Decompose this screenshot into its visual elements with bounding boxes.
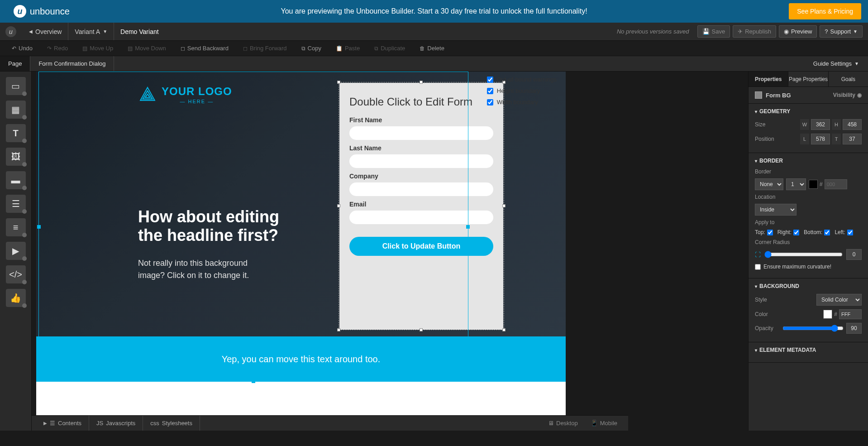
logo-icon (138, 85, 157, 104)
forward-icon: ◻ (243, 45, 248, 52)
button-tool[interactable]: ▬ (6, 171, 26, 189)
app-icon[interactable]: u (5, 26, 16, 37)
last-name-input[interactable] (349, 154, 493, 168)
image-tool[interactable]: 🖼 (6, 148, 26, 166)
paste-button[interactable]: 📋Paste (329, 45, 367, 52)
desktop-view-button[interactable]: 🖥Desktop (542, 420, 584, 427)
bg-style-select[interactable]: Solid Color (816, 294, 862, 306)
undo-button[interactable]: ↶Undo (5, 45, 40, 52)
embed-tool[interactable]: ≡ (6, 218, 26, 236)
copy-button[interactable]: ⧉Copy (294, 45, 329, 52)
element-icon (755, 91, 762, 99)
bg-color-input[interactable] (839, 309, 862, 319)
section-tool[interactable]: ▭ (6, 77, 26, 95)
bg-opacity-input[interactable] (846, 323, 862, 334)
border-bottom-check[interactable]: Bottom: (804, 229, 830, 235)
tab-goals[interactable]: Goals (829, 72, 868, 86)
html-tool[interactable]: </> (6, 265, 26, 283)
element-toolbar: ▭ ▦ T 🖼 ▬ ☰ ≡ ▶ </> 👍 (0, 72, 32, 431)
background-header[interactable]: ▾BACKGROUND (755, 283, 862, 289)
bg-opacity-label: Opacity (755, 325, 780, 331)
height-input[interactable] (843, 119, 862, 130)
hero-headline[interactable]: How about editing the headline first? (138, 207, 279, 245)
border-style-select[interactable]: None (755, 178, 783, 190)
javascripts-button[interactable]: JSJavascripts (89, 416, 143, 431)
preview-button[interactable]: ◉Preview (779, 25, 817, 38)
canvas[interactable]: YOUR LOGO — HERE — How about editing the… (32, 72, 748, 431)
page-name: Demo Variant (114, 23, 165, 40)
company-input[interactable] (349, 182, 493, 196)
text-strip[interactable]: Yep, you can move this text around too. (36, 336, 566, 382)
metadata-header[interactable]: ▾ELEMENT METADATA (755, 347, 862, 353)
width-input[interactable] (811, 119, 830, 130)
guide-height-boundary[interactable]: Height boundary (486, 86, 558, 95)
form-element[interactable]: Double Click to Edit Form First Name Las… (339, 83, 503, 330)
visibility-toggle[interactable]: Visibility ◉ (833, 92, 862, 98)
border-color-swatch[interactable] (809, 180, 818, 189)
form-submit-button[interactable]: Click to Update Button (349, 237, 493, 256)
stylesheets-button[interactable]: cssStylesheets (143, 416, 200, 431)
border-location-select[interactable]: Inside (755, 204, 796, 216)
overview-nav[interactable]: ◀Overview (23, 23, 68, 40)
email-input[interactable] (349, 211, 493, 224)
link-corners-icon[interactable]: ⛶ (755, 251, 761, 258)
tab-page-properties[interactable]: Page Properties (788, 72, 828, 86)
corner-radius-slider[interactable] (764, 251, 843, 258)
bottom-bar: ▶☰Contents JSJavascripts cssStylesheets … (32, 415, 628, 431)
delete-button[interactable]: 🗑Delete (412, 45, 452, 52)
move-up-button[interactable]: ▤Move Up (75, 45, 120, 52)
hero-subline[interactable]: Not really into this background image? C… (138, 257, 249, 282)
tab-properties[interactable]: Properties (749, 72, 788, 86)
border-top-check[interactable]: Top: (755, 229, 773, 235)
box-tool[interactable]: ▦ (6, 101, 26, 119)
border-color-input[interactable] (825, 179, 847, 189)
page-canvas[interactable]: YOUR LOGO — HERE — How about editing the… (36, 72, 566, 431)
hero-logo[interactable]: YOUR LOGO — HERE — (138, 85, 232, 104)
border-apply-label: Apply to (755, 219, 774, 225)
guide-width-boundary[interactable]: Width boundary (486, 98, 558, 106)
left-input[interactable] (811, 134, 830, 144)
video-tool[interactable]: ▶ (6, 242, 26, 260)
text-tool[interactable]: T (6, 124, 26, 142)
bg-opacity-slider[interactable] (782, 325, 844, 332)
guide-out-of-bound[interactable]: Out-of-bound warnings (486, 75, 558, 84)
max-curvature-check[interactable]: Ensure maximum curvature! (755, 264, 862, 270)
corner-radius-input[interactable] (846, 249, 862, 260)
backward-icon: ◻ (181, 45, 185, 52)
bg-color-label: Color (755, 311, 780, 317)
support-button[interactable]: ?Support▼ (820, 25, 863, 38)
redo-button[interactable]: ↷Redo (40, 45, 75, 52)
mobile-view-button[interactable]: 📱Mobile (584, 420, 624, 427)
hero-section[interactable]: YOUR LOGO — HERE — How about editing the… (36, 72, 566, 336)
mobile-icon: 📱 (591, 420, 598, 427)
border-left-check[interactable]: Left: (835, 229, 853, 235)
bg-color-swatch[interactable] (823, 310, 832, 319)
see-plans-button[interactable]: See Plans & Pricing (789, 3, 861, 19)
variant-dropdown[interactable]: Variant A▼ (68, 23, 114, 40)
field-label-company: Company (349, 173, 493, 180)
border-header[interactable]: ▾BORDER (755, 158, 862, 164)
trash-icon: 🗑 (420, 45, 425, 52)
guide-settings-dropdown[interactable]: Guide Settings▼ (813, 60, 859, 67)
l-label: L (800, 134, 809, 144)
social-tool[interactable]: 👍 (6, 289, 26, 307)
tab-form-confirmation[interactable]: Form Confirmation Dialog (30, 56, 114, 71)
edit-toolbar: ↶Undo ↷Redo ▤Move Up ▤Move Down ◻Send Ba… (0, 41, 868, 56)
border-label: Border (755, 168, 771, 175)
send-backward-button[interactable]: ◻Send Backward (173, 45, 236, 52)
border-right-check[interactable]: Right: (777, 229, 799, 235)
top-input[interactable] (843, 134, 862, 144)
move-down-button[interactable]: ▤Move Down (120, 45, 173, 52)
contents-panel-button[interactable]: ▶☰Contents (36, 416, 89, 431)
border-width-select[interactable]: 1 (786, 178, 806, 190)
first-name-input[interactable] (349, 126, 493, 140)
bring-forward-button[interactable]: ◻Bring Forward (236, 45, 294, 52)
republish-button[interactable]: ✈Republish (733, 25, 776, 38)
tab-page[interactable]: Page (0, 56, 30, 71)
form-tool[interactable]: ☰ (6, 195, 26, 213)
save-button[interactable]: 💾Save (697, 25, 730, 38)
geometry-header[interactable]: ▾GEOMETRY (755, 108, 862, 115)
duplicate-button[interactable]: ⧉Duplicate (367, 45, 412, 52)
app-header: u ◀Overview Variant A▼ Demo Variant No p… (0, 23, 868, 41)
geometry-section: ▾GEOMETRY Size W H Position L T (749, 104, 868, 153)
